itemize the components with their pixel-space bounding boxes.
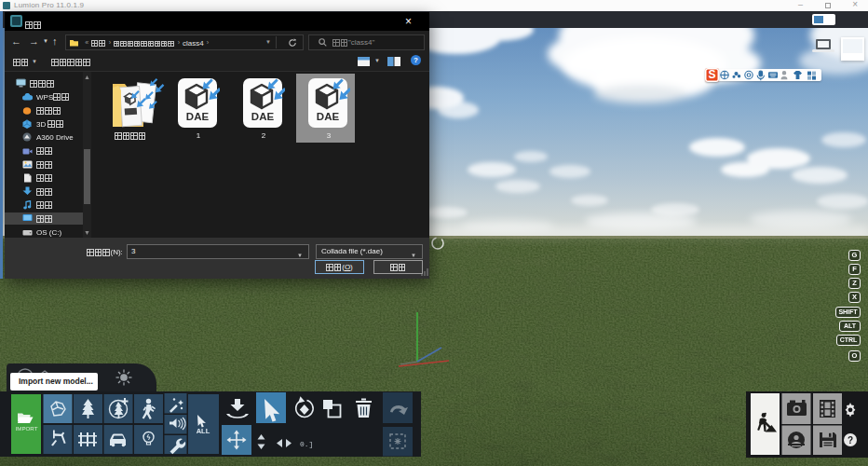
svg-text:?: ? — [848, 435, 853, 445]
svg-text:IMPORT: IMPORT — [16, 425, 38, 432]
svg-text:ALL: ALL — [197, 427, 210, 435]
svg-text:0.]: 0.] — [300, 440, 313, 448]
